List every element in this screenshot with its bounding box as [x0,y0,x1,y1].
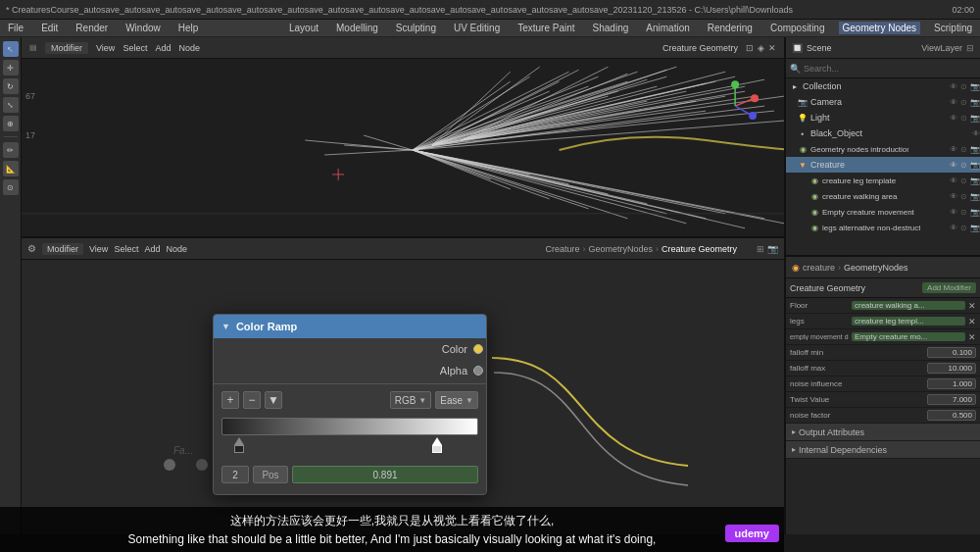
panel-collapse-icon[interactable]: ▼ [221,322,230,331]
tree-cam-6[interactable]: 📷 [970,176,980,185]
tree-eye-9[interactable]: 👁 [950,224,957,232]
tree-eye-4[interactable]: 👁 [950,145,957,154]
alpha-socket-dot[interactable] [473,366,483,376]
viewport-icon-1[interactable]: ⊡ [746,43,754,53]
tree-eye-1[interactable]: 👁 [950,98,957,107]
tool-scale[interactable]: ⤡ [3,97,19,113]
tool-transform[interactable]: ⊕ [3,116,19,131]
prop-value-twist[interactable]: 7.000 [927,394,976,405]
menu-texture[interactable]: Texture Paint [514,22,578,34]
scene-filter-icon[interactable]: ⊟ [966,43,974,53]
tool-cursor[interactable]: ↖ [3,41,19,57]
tree-eye-3[interactable]: 👁 [972,129,980,138]
mod-value-1[interactable]: creature leg templ... [852,317,965,326]
color-socket-dot[interactable] [473,344,483,354]
tree-cam-4[interactable]: 📷 [970,145,980,154]
scene-search-input[interactable] [804,64,976,74]
gradient-handle-active[interactable] [432,437,442,453]
tree-item-leg-template[interactable]: ◉ creature leg template 👁 ⊙ 📷 [786,173,980,188]
prop-value-falloff-min[interactable]: 0.100 [927,347,976,358]
tool-annotate[interactable]: ✏ [3,142,19,158]
tree-item-collection[interactable]: ▸ Collection 👁 ⊙ 📷 [786,78,980,94]
mod-x-2[interactable]: ✕ [968,332,976,342]
menu-render[interactable]: Render [72,22,112,34]
mod-x-0[interactable]: ✕ [968,301,976,311]
tool-measure[interactable]: 📐 [3,161,19,176]
breadcrumb-item-2[interactable]: Creature Geometry [662,244,737,254]
menu-layout[interactable]: Layout [285,22,322,34]
tree-cursor-7[interactable]: ⊙ [960,192,967,201]
pos-value[interactable]: 0.891 [292,466,478,483]
tree-cursor-6[interactable]: ⊙ [960,176,967,185]
tree-item-camera[interactable]: 📷 Camera 👁 ⊙ 📷 [786,94,980,110]
rgb-select[interactable]: RGB ▼ [390,391,432,409]
gradient-handle-left[interactable] [234,437,244,453]
add-stop-button[interactable]: + [221,391,239,409]
mod-value-2[interactable]: Empty creature mo... [852,332,965,341]
tree-item-black[interactable]: ▪ Black_Object 👁 [786,125,980,141]
menu-shading[interactable]: Shading [589,22,633,34]
tree-eye-7[interactable]: 👁 [950,192,957,201]
menu-geonodes[interactable]: Geometry Nodes [839,22,921,34]
menu-edit[interactable]: Edit [37,22,62,34]
viewport-icon-3[interactable]: ✕ [768,43,776,53]
viewport-view[interactable]: View [96,43,115,53]
node-ctrl-1[interactable]: ⊞ [757,244,764,254]
tool-rotate[interactable]: ↻ [3,78,19,94]
tree-cursor-5[interactable]: ⊙ [960,161,967,170]
tree-cursor-0[interactable]: ⊙ [960,82,967,91]
mod-value-0[interactable]: creature walking a... [852,301,965,310]
node-add-btn[interactable]: Add [144,244,160,254]
tree-cursor-4[interactable]: ⊙ [960,145,967,154]
viewport-icon-2[interactable]: ◈ [758,43,764,53]
tree-cam-0[interactable]: 📷 [970,82,980,91]
menu-window[interactable]: Window [122,22,165,34]
menu-modelling[interactable]: Modelling [332,22,382,34]
stops-dropdown-button[interactable]: ▼ [265,391,282,409]
menu-file[interactable]: File [4,22,27,34]
menu-animation[interactable]: Animation [642,22,693,34]
tree-cam-1[interactable]: 📷 [970,98,980,107]
viewport-object[interactable]: Node [178,43,200,53]
viewport-add[interactable]: Add [155,43,171,53]
tool-move[interactable]: ✛ [3,60,19,75]
tree-cam-5[interactable]: 📷 [970,161,980,170]
tree-item-walking[interactable]: ◉ creature walking area 👁 ⊙ 📷 [786,188,980,204]
tree-eye-8[interactable]: 👁 [950,208,957,217]
node-ctrl-2[interactable]: 📷 [767,244,778,254]
tree-item-empty[interactable]: ◉ Empty creature movement 👁 ⊙ 📷 [786,204,980,220]
tree-cam-8[interactable]: 📷 [970,208,980,217]
menu-help[interactable]: Help [174,22,203,34]
node-select-btn[interactable]: Select [114,244,138,254]
mod-x-1[interactable]: ✕ [968,317,976,326]
tree-cam-9[interactable]: 📷 [970,224,980,232]
tree-item-light[interactable]: 💡 Light 👁 ⊙ 📷 [786,110,980,125]
tree-item-creature[interactable]: ▼ Creature 👁 ⊙ 📷 [786,157,980,173]
tree-eye-2[interactable]: 👁 [950,114,957,123]
node-mode-select[interactable]: Modifier [42,243,83,255]
tool-3d-cursor[interactable]: ⊙ [3,179,19,195]
tree-cursor-8[interactable]: ⊙ [960,208,967,217]
breadcrumb-item-1[interactable]: GeometryNodes [588,244,653,254]
menu-compositing[interactable]: Compositing [766,22,829,34]
internal-section-header[interactable]: ▸ Internal Dependencies [786,441,980,459]
node-view-btn[interactable]: View [89,244,108,254]
prop-value-noise-influence[interactable]: 1.000 [927,378,976,389]
menu-rendering[interactable]: Rendering [704,22,757,34]
tree-eye-6[interactable]: 👁 [950,176,957,185]
remove-stop-button[interactable]: − [243,391,261,409]
prop-value-noise-factor[interactable]: 0.500 [927,410,976,421]
stop-index[interactable]: 2 [221,466,249,483]
prop-value-falloff-max[interactable]: 10.000 [927,363,976,374]
tree-cursor-1[interactable]: ⊙ [960,98,967,107]
breadcrumb-item-0[interactable]: Creature [545,244,579,254]
menu-sculpting[interactable]: Sculpting [392,22,440,34]
menu-uv[interactable]: UV Editing [450,22,504,34]
menu-scripting[interactable]: Scripting [930,22,976,34]
output-section-header[interactable]: ▸ Output Attributes [786,424,980,441]
tree-cursor-9[interactable]: ⊙ [960,224,967,232]
tree-eye-5[interactable]: 👁 [950,161,957,170]
viewport-mode[interactable]: Modifier [45,42,88,54]
tree-eye-0[interactable]: 👁 [950,82,957,91]
tree-item-alt[interactable]: ◉ legs alternative non-destructive 👁 ⊙ 📷 [786,220,980,235]
